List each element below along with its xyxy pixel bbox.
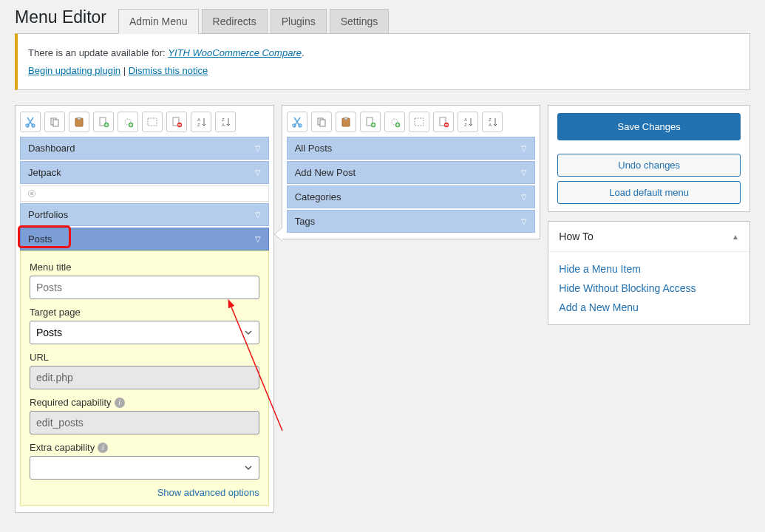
submenu-item-categories[interactable]: Categories▽ <box>287 185 536 208</box>
menu-label: Dashboard <box>28 143 75 154</box>
target-page-select[interactable]: Posts <box>30 321 259 344</box>
menu-label: Add New Post <box>295 167 356 178</box>
menu-item-portfolios[interactable]: Portfolios▽ <box>20 203 269 226</box>
menu-label: Jetpack <box>28 167 61 178</box>
panel-pointer-icon <box>274 227 282 242</box>
paste-icon[interactable] <box>69 112 89 132</box>
cut-icon[interactable] <box>20 112 41 132</box>
submenu-item-add-new[interactable]: Add New Post▽ <box>287 161 536 184</box>
chevron-down-icon[interactable]: ▽ <box>255 168 261 177</box>
notice-prefix: There is an update available for: <box>28 47 168 58</box>
url-input <box>30 366 259 389</box>
menu-label: Categories <box>295 191 341 202</box>
chevron-up-icon[interactable]: ▽ <box>255 235 261 243</box>
svg-text:Z: Z <box>197 123 200 127</box>
svg-text:Z: Z <box>222 117 225 122</box>
tab-plugins[interactable]: Plugins <box>271 9 327 33</box>
save-changes-button[interactable]: Save Changes <box>557 113 741 140</box>
menu-label: Posts <box>28 233 52 245</box>
top-level-menu-panel: AZ ZA Dashboard▽ Jetpack▽ Portfolios▽ Po… <box>15 105 274 513</box>
sort-za-icon[interactable]: ZA <box>482 112 503 132</box>
update-notice: There is an update available for: YITH W… <box>15 33 750 90</box>
svg-text:A: A <box>197 117 200 122</box>
sort-az-icon[interactable]: AZ <box>191 112 211 132</box>
required-capability-input <box>30 411 259 434</box>
extra-capability-select[interactable] <box>30 456 259 480</box>
load-default-button[interactable]: Load default menu <box>557 181 741 204</box>
actions-box: Save Changes Undo changes Load default m… <box>548 105 750 212</box>
svg-rect-22 <box>344 117 347 120</box>
copy-icon[interactable] <box>44 112 65 132</box>
undo-changes-button[interactable]: Undo changes <box>557 154 741 177</box>
submenu-item-all-posts[interactable]: All Posts▽ <box>287 137 536 160</box>
delete-icon[interactable] <box>433 112 454 132</box>
menu-label: All Posts <box>295 143 333 154</box>
svg-text:Z: Z <box>489 117 492 122</box>
svg-rect-10 <box>148 118 157 126</box>
howto-box: How To ▲ Hide a Menu Item Hide Without B… <box>548 221 750 325</box>
info-icon[interactable]: i <box>98 443 108 453</box>
submenu-panel: AZ ZA All Posts▽ Add New Post▽ Categorie… <box>282 105 541 239</box>
svg-rect-3 <box>53 120 58 126</box>
new-separator-icon[interactable] <box>118 112 138 132</box>
howto-title: How To <box>559 231 593 242</box>
left-toolbar: AZ ZA <box>20 110 269 137</box>
sort-za-icon[interactable]: ZA <box>215 112 236 132</box>
separator-handle-icon <box>28 190 35 197</box>
dismiss-notice-link[interactable]: Dismiss this notice <box>129 65 208 76</box>
notice-plugin-link[interactable]: YITH WooCommerce Compare <box>168 47 302 58</box>
menu-item-posts[interactable]: Posts▽ <box>20 228 269 250</box>
paste-icon[interactable] <box>336 112 356 132</box>
chevron-down-icon[interactable]: ▽ <box>521 144 527 152</box>
submenu-item-tags[interactable]: Tags▽ <box>287 210 536 233</box>
menu-item-editor: Menu title Target page Posts URL Require… <box>20 250 269 506</box>
right-toolbar: AZ ZA <box>287 110 536 137</box>
howto-link-hide[interactable]: Hide a Menu Item <box>559 259 739 279</box>
copy-icon[interactable] <box>311 112 332 132</box>
chevron-down-icon[interactable]: ▽ <box>521 168 527 177</box>
info-icon[interactable]: i <box>115 398 125 408</box>
new-item-icon[interactable] <box>360 112 381 132</box>
required-cap-label: Required capability i <box>30 397 259 408</box>
show-advanced-link[interactable]: Show advanced options <box>30 487 259 498</box>
svg-rect-5 <box>78 117 81 120</box>
menu-title-label: Menu title <box>30 262 259 273</box>
tab-redirects[interactable]: Redirects <box>202 9 268 33</box>
chevron-down-icon[interactable]: ▽ <box>521 217 527 225</box>
howto-link-hide-without-block[interactable]: Hide Without Blocking Access <box>559 279 739 298</box>
howto-link-add-menu[interactable]: Add a New Menu <box>559 298 739 317</box>
new-separator-icon[interactable] <box>384 112 405 132</box>
tab-settings[interactable]: Settings <box>330 9 390 33</box>
delete-icon[interactable] <box>166 112 187 132</box>
new-item-icon[interactable] <box>93 112 114 132</box>
url-label: URL <box>30 352 259 363</box>
menu-separator[interactable] <box>20 185 269 202</box>
svg-text:A: A <box>464 117 467 122</box>
extra-cap-label: Extra capability i <box>30 442 259 453</box>
howto-header[interactable]: How To ▲ <box>548 222 749 252</box>
svg-text:A: A <box>222 123 225 127</box>
notice-sep: | <box>120 65 129 76</box>
target-page-label: Target page <box>30 307 259 318</box>
svg-text:Z: Z <box>464 123 467 127</box>
show-hide-icon[interactable] <box>409 112 429 132</box>
menu-item-jetpack[interactable]: Jetpack▽ <box>20 161 269 184</box>
page-title: Menu Editor <box>15 7 106 33</box>
notice-suffix: . <box>302 47 305 58</box>
menu-item-dashboard[interactable]: Dashboard▽ <box>20 137 269 160</box>
chevron-down-icon[interactable]: ▽ <box>255 211 261 219</box>
tab-admin-menu[interactable]: Admin Menu <box>118 9 199 34</box>
chevron-down-icon[interactable]: ▽ <box>255 144 261 152</box>
svg-rect-27 <box>415 118 424 126</box>
cut-icon[interactable] <box>287 112 307 132</box>
side-panel: Save Changes Undo changes Load default m… <box>548 105 750 325</box>
chevron-down-icon[interactable]: ▽ <box>521 193 527 201</box>
begin-update-link[interactable]: Begin updating plugin <box>28 65 120 76</box>
sort-az-icon[interactable]: AZ <box>458 112 478 132</box>
show-hide-icon[interactable] <box>142 112 163 132</box>
menu-label: Portfolios <box>28 209 68 220</box>
nav-tabs: Admin Menu Redirects Plugins Settings <box>115 9 389 33</box>
menu-label: Tags <box>295 216 315 227</box>
svg-rect-20 <box>320 120 325 126</box>
menu-title-input[interactable] <box>30 276 259 299</box>
